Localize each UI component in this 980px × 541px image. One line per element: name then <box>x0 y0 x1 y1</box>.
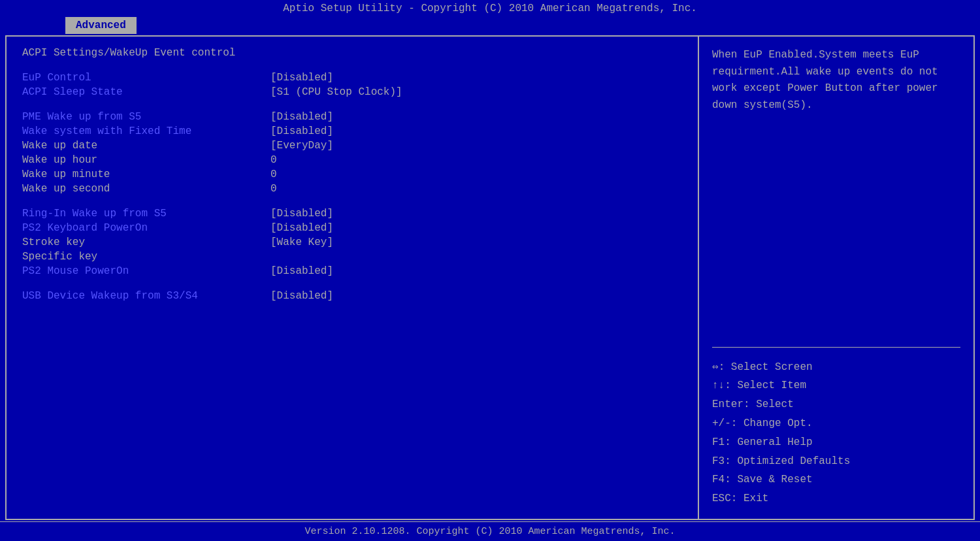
setting-label: PME Wake up from S5 <box>22 111 270 123</box>
setting-label: Specific key <box>22 251 270 263</box>
setting-label: Wake up date <box>22 140 270 152</box>
setting-value: 0 <box>270 154 277 166</box>
right-panel: When EuP Enabled.System meets EuP requir… <box>699 37 973 519</box>
setting-row[interactable]: PS2 Mouse PowerOn[Disabled] <box>22 265 682 277</box>
header-title: Aptio Setup Utility - Copyright (C) 2010… <box>283 3 697 14</box>
footer-text: Version 2.10.1208. Copyright (C) 2010 Am… <box>304 526 675 537</box>
left-panel: ACPI Settings/WakeUp Event control EuP C… <box>7 37 699 519</box>
key-line: F1: General Help <box>712 433 960 452</box>
section-title: ACPI Settings/WakeUp Event control <box>22 47 682 59</box>
setting-value: [Disabled] <box>270 125 333 137</box>
setting-row[interactable]: Wake up date[EveryDay] <box>22 140 682 152</box>
main-area: ACPI Settings/WakeUp Event control EuP C… <box>5 35 975 520</box>
key-line: ESC: Exit <box>712 489 960 508</box>
key-line: F4: Save & Reset <box>712 470 960 489</box>
key-line: Enter: Select <box>712 395 960 414</box>
setting-label: USB Device Wakeup from S3/S4 <box>22 290 270 302</box>
setting-row[interactable]: ACPI Sleep State[S1 (CPU Stop Clock)] <box>22 86 682 98</box>
setting-row[interactable]: Ring-In Wake up from S5[Disabled] <box>22 208 682 220</box>
key-line: ↑↓: Select Item <box>712 376 960 395</box>
setting-value: [Wake Key] <box>270 237 333 248</box>
setting-row[interactable]: USB Device Wakeup from S3/S4[Disabled] <box>22 290 682 302</box>
header-bar: Aptio Setup Utility - Copyright (C) 2010… <box>0 0 980 17</box>
setting-value: [Disabled] <box>270 290 333 302</box>
setting-row[interactable]: Wake up second0 <box>22 183 682 195</box>
key-line: ⇔: Select Screen <box>712 358 960 377</box>
setting-row[interactable]: Specific key <box>22 251 682 263</box>
setting-row[interactable]: Wake system with Fixed Time[Disabled] <box>22 125 682 137</box>
setting-label: Wake system with Fixed Time <box>22 125 270 137</box>
setting-value: [Disabled] <box>270 208 333 220</box>
footer-bar: Version 2.10.1208. Copyright (C) 2010 Am… <box>0 521 980 541</box>
spacer <box>22 101 682 111</box>
key-legend: ⇔: Select Screen↑↓: Select ItemEnter: Se… <box>712 358 960 508</box>
setting-label: Ring-In Wake up from S5 <box>22 208 270 220</box>
setting-value: [S1 (CPU Stop Clock)] <box>270 86 402 98</box>
tab-bar: Advanced <box>0 17 980 34</box>
setting-label: Wake up second <box>22 183 270 195</box>
setting-row[interactable]: Wake up hour0 <box>22 154 682 166</box>
setting-value: 0 <box>270 169 277 180</box>
setting-label: PS2 Keyboard PowerOn <box>22 222 270 234</box>
divider <box>712 347 960 348</box>
setting-row[interactable]: PME Wake up from S5[Disabled] <box>22 111 682 123</box>
setting-value: [Disabled] <box>270 222 333 234</box>
key-line: +/-: Change Opt. <box>712 414 960 433</box>
setting-label: Wake up minute <box>22 169 270 180</box>
tab-advanced[interactable]: Advanced <box>65 17 137 34</box>
spacer <box>22 280 682 290</box>
help-text: When EuP Enabled.System meets EuP requir… <box>712 47 960 336</box>
setting-label: ACPI Sleep State <box>22 86 270 98</box>
setting-value: [Disabled] <box>270 111 333 123</box>
setting-value: [Disabled] <box>270 72 333 84</box>
setting-row[interactable]: Wake up minute0 <box>22 169 682 180</box>
spacer <box>22 197 682 208</box>
setting-label: PS2 Mouse PowerOn <box>22 265 270 277</box>
setting-value: 0 <box>270 183 277 195</box>
settings-list: EuP Control[Disabled]ACPI Sleep State[S1… <box>22 72 682 302</box>
setting-row[interactable]: Stroke key[Wake Key] <box>22 237 682 248</box>
setting-value: [EveryDay] <box>270 140 333 152</box>
setting-row[interactable]: PS2 Keyboard PowerOn[Disabled] <box>22 222 682 234</box>
setting-label: Wake up hour <box>22 154 270 166</box>
setting-label: Stroke key <box>22 237 270 248</box>
setting-row[interactable]: EuP Control[Disabled] <box>22 72 682 84</box>
key-line: F3: Optimized Defaults <box>712 452 960 471</box>
setting-value: [Disabled] <box>270 265 333 277</box>
setting-label: EuP Control <box>22 72 270 84</box>
